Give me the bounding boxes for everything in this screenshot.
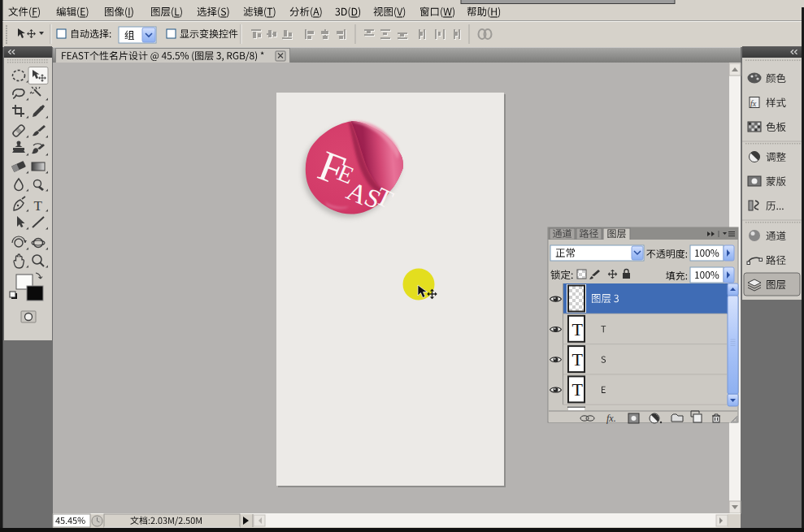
svg-text:fx: fx	[750, 99, 757, 108]
svg-text:T: T	[572, 379, 584, 400]
svg-text:T: T	[34, 198, 43, 214]
svg-text:T: T	[572, 349, 584, 370]
svg-text:T: T	[572, 319, 584, 340]
svg-text:fx.: fx.	[606, 413, 616, 424]
